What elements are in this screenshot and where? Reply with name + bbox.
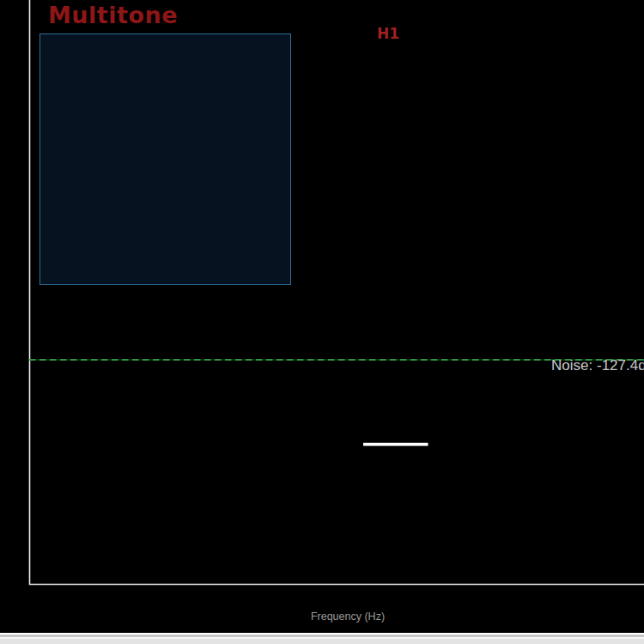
noise-cursor-readout: Noise: -127.4dB: [551, 357, 644, 374]
measurement-stats-panel: [39, 33, 291, 285]
multitone-analyzer-window: Multitone H1 Noise: -127.4dB Frequency (…: [0, 0, 644, 644]
fundamental-label: H1: [371, 25, 405, 42]
window-bottom-edge: [0, 633, 644, 644]
graph-title: Multitone: [48, 2, 178, 28]
x-axis-title: Frequency (Hz): [283, 611, 412, 623]
